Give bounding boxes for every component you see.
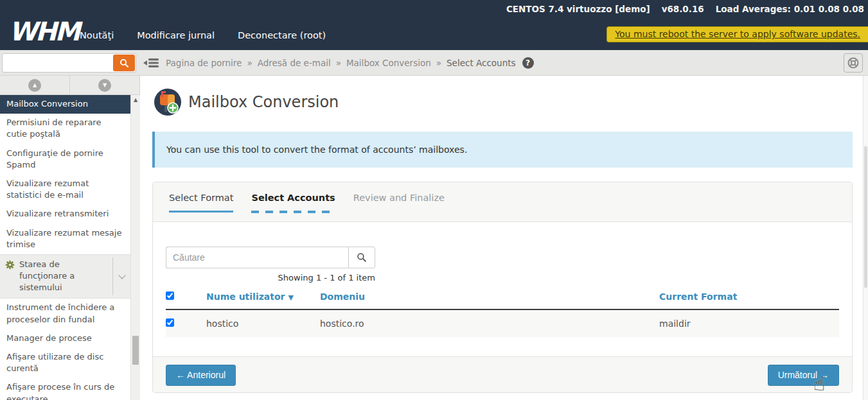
section-toggle[interactable] [112, 257, 130, 296]
select-all-checkbox[interactable] [166, 291, 174, 300]
sidebar-scroll-buttons: ▲ ▼ [0, 76, 140, 95]
sidebar-menu: Mailbox Conversion Permisiuni de reparar… [0, 95, 130, 400]
cell-username: hostico [206, 309, 320, 337]
help-icon[interactable]: ? [522, 57, 534, 69]
breadcrumb-separator: » [247, 58, 252, 68]
accounts-table: Nume utilizator ▼ Domeniu Current Format… [166, 286, 839, 337]
sidebar-search-input[interactable] [5, 55, 113, 71]
accounts-step-body: Showing 1 - 1 of 1 item Nume utilizator … [153, 222, 852, 356]
reboot-warning-link[interactable]: You must reboot the server to apply soft… [607, 26, 868, 42]
os-info: CENTOS 7.4 virtuozzo [demo] [506, 4, 650, 14]
nav-logout[interactable]: Deconectare (root) [238, 30, 326, 40]
table-search-input[interactable] [166, 247, 348, 268]
support-button[interactable] [844, 53, 863, 73]
cell-format: maildir [659, 309, 839, 337]
table-search-button[interactable] [348, 247, 375, 268]
whm-version: v68.0.16 [662, 4, 704, 14]
sidebar-section-label: Starea de funcţionare a sistemului [19, 259, 109, 294]
tab-select-accounts[interactable]: Select Accounts [251, 193, 335, 222]
server-status: CENTOS 7.4 virtuozzo [demo] v68.0.16 Loa… [506, 4, 864, 14]
search-icon [357, 252, 367, 263]
main-content: Mailbox Conversion You can use this tool… [140, 76, 863, 400]
sort-descending-icon: ▼ [288, 293, 293, 302]
nav-change-log[interactable]: Modificare jurnal [137, 30, 215, 40]
mailbox-conversion-icon [154, 89, 181, 116]
sidebar-scroll-up-button[interactable]: ▲ [0, 76, 70, 94]
breadcrumb-current-page: Select Accounts [447, 58, 515, 68]
sidebar-search-button[interactable] [113, 55, 135, 71]
tab-underline-solid [169, 211, 233, 213]
chevron-down-icon [118, 272, 125, 279]
previous-button[interactable]: ← Anteriorul [166, 365, 236, 386]
sidebar-item-mail-statistics[interactable]: Vizualizare rezumat statistici de e-mail [0, 175, 130, 205]
scrollbar-up-arrow-icon[interactable]: ▲ [131, 95, 140, 103]
nav-news[interactable]: Noutăţi [80, 30, 114, 40]
sidebar-item-relayers[interactable]: Vizualizare retransmiteri [0, 205, 130, 223]
collapse-sidebar-icon[interactable] [143, 57, 159, 69]
breadcrumb-email[interactable]: Adresă de e-mail [258, 58, 331, 68]
table-search [166, 247, 375, 268]
sidebar: ▲ ▼ Mailbox Conversion Permisiuni de rep… [0, 76, 140, 400]
wizard-footer: ← Anteriorul Următorul → [153, 356, 852, 392]
breadcrumb-separator: » [436, 58, 441, 68]
gear-icon [5, 259, 19, 273]
tab-underline-none [353, 211, 445, 213]
tab-underline-dashed [251, 211, 335, 213]
tab-select-format[interactable]: Select Format [169, 193, 233, 222]
top-nav: Noutăţi Modificare jurnal Deconectare (r… [80, 30, 326, 40]
sidebar-scrollbar[interactable]: ▲ [130, 95, 140, 400]
sidebar-item-mailbox-permissions[interactable]: Permisiuni de reparare cutie poştală [0, 114, 130, 144]
sidebar-item-disk-usage[interactable]: Afişare utilizare de disc curentă [0, 348, 130, 378]
table-row: hostico hostico.ro maildir [166, 309, 839, 337]
breadcrumb-mailbox-conversion[interactable]: Mailbox Conversion [346, 58, 431, 68]
sidebar-item-sent-summary[interactable]: Vizualizare rezumat mesaje trimise [0, 224, 130, 254]
search-icon [120, 58, 129, 68]
next-button[interactable]: Următorul → [768, 365, 839, 386]
column-header-format[interactable]: Current Format [659, 286, 839, 309]
sidebar-item-process-manager[interactable]: Manager de procese [0, 329, 130, 348]
sidebar-scroll-down-button[interactable]: ▼ [70, 76, 140, 94]
sidebar-section-system-health[interactable]: Starea de funcţionare a sistemului [0, 254, 130, 299]
page-scrollbar-thumb[interactable] [864, 146, 867, 288]
load-averages: Load Averages: 0.01 0.08 0.08 [716, 4, 864, 14]
breadcrumb-separator: » [336, 58, 341, 68]
breadcrumb-bar: Pagina de pornire » Adresă de e-mail » M… [0, 50, 868, 76]
cell-domain: hostico.ro [320, 309, 659, 337]
column-header-domain[interactable]: Domeniu [320, 286, 659, 309]
table-header-row: Nume utilizator ▼ Domeniu Current Format [166, 286, 839, 309]
arrow-down-icon: ▼ [98, 79, 111, 92]
lifering-icon [847, 57, 860, 69]
info-message: You can use this tool to convert the for… [166, 144, 467, 155]
sidebar-item-background-process-killer[interactable]: Instrument de închidere a proceselor din… [0, 299, 130, 329]
wizard-steps: Select Format Select Accounts Review and… [153, 182, 852, 222]
breadcrumb: Pagina de pornire » Adresă de e-mail » M… [166, 50, 534, 76]
arrow-up-icon: ▲ [28, 79, 41, 92]
sidebar-item-running-processes[interactable]: Afişare procese în curs de executare [0, 378, 130, 400]
page-header: Mailbox Conversion [154, 89, 339, 116]
info-banner: You can use this tool to convert the for… [152, 132, 853, 168]
sidebar-scrollbar-thumb[interactable] [132, 336, 139, 365]
top-bar: CENTOS 7.4 virtuozzo [demo] v68.0.16 Loa… [0, 0, 868, 50]
whm-logo[interactable]: WHM [9, 17, 78, 46]
breadcrumb-home[interactable]: Pagina de pornire [166, 58, 242, 68]
sidebar-item-mailbox-conversion[interactable]: Mailbox Conversion [0, 95, 130, 114]
tab-review-finalize[interactable]: Review and Finalize [353, 193, 445, 222]
wizard-panel: Select Format Select Accounts Review and… [152, 182, 853, 393]
page-scrollbar[interactable] [863, 50, 868, 400]
page-title: Mailbox Conversion [188, 93, 339, 111]
column-header-username[interactable]: Nume utilizator ▼ [206, 286, 320, 309]
pagination-status: Showing 1 - 1 of 1 item [166, 273, 375, 283]
row-checkbox[interactable] [166, 318, 174, 327]
sidebar-search [2, 53, 136, 73]
sidebar-item-spamd-config[interactable]: Configuraţie de pornire Spamd [0, 144, 130, 175]
